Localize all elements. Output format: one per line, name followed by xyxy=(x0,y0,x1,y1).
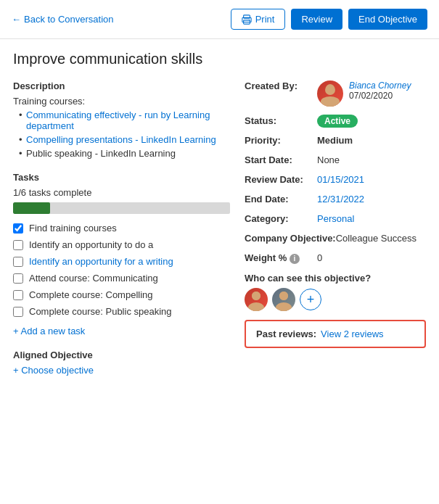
task-label-4: Attend course: Communicating xyxy=(29,273,158,284)
aligned-objective-section: Aligned Objective + Choose objective xyxy=(13,350,230,376)
created-date: 07/02/2020 xyxy=(349,91,411,101)
review-button[interactable]: Review xyxy=(291,9,342,30)
view-reviews-link[interactable]: View 2 reviews xyxy=(321,329,383,339)
right-column: Created By: Bianca Chorney 07/02/2020 St… xyxy=(245,80,426,376)
end-objective-button[interactable]: End Objective xyxy=(348,9,427,30)
arrow-left-icon: ← xyxy=(12,14,21,25)
print-icon xyxy=(242,15,252,25)
choose-objective-link[interactable]: + Choose objective xyxy=(13,365,94,376)
status-label: Status: xyxy=(245,115,317,126)
main-content: Improve communication skills Description… xyxy=(0,39,439,387)
task-checkbox-5[interactable] xyxy=(13,290,23,300)
task-item-3: Identify an opportunity for a writing xyxy=(13,256,230,267)
weight-info-icon[interactable]: i xyxy=(290,254,300,264)
header: ← Back to Conversation Print Review End … xyxy=(0,0,439,39)
list-item: Public speaking - LinkedIn Learning xyxy=(19,148,230,159)
tasks-section: Tasks 1/6 tasks complete Find training c… xyxy=(13,172,230,336)
review-date-value: 01/15/2021 xyxy=(317,174,426,185)
task-checkbox-4[interactable] xyxy=(13,273,23,284)
task-label-1: Find training courses xyxy=(29,223,117,234)
created-by-content: Bianca Chorney 07/02/2020 xyxy=(317,80,411,107)
training-list: Communicating effectively - run by Learn… xyxy=(19,110,230,159)
avatar-person-1 xyxy=(245,288,268,311)
start-date-label: Start Date: xyxy=(245,154,317,165)
left-column: Description Training courses: Communicat… xyxy=(13,80,245,376)
past-reviews-box: Past reviews: View 2 reviews xyxy=(245,320,426,348)
status-row: Status: Active xyxy=(245,115,426,126)
company-objective-label: Company Objective: xyxy=(245,233,336,244)
company-objective-row: Company Objective: Colleague Success xyxy=(245,233,426,244)
end-date-row: End Date: 12/31/2022 xyxy=(245,194,426,205)
task-checkbox-3[interactable] xyxy=(13,257,23,267)
tasks-label: Tasks xyxy=(13,172,230,183)
avatar-person-2 xyxy=(272,288,295,311)
description-section: Description Training courses: Communicat… xyxy=(13,80,230,159)
task-item-4: Attend course: Communicating xyxy=(13,273,230,284)
created-by-row: Created By: Bianca Chorney 07/02/2020 xyxy=(245,80,426,107)
who-can-see-label: Who can see this objective? xyxy=(245,273,426,284)
task-item-2: Identify an opportunity to do a xyxy=(13,239,230,250)
weight-row: Weight % i 0 xyxy=(245,252,426,264)
aligned-objective-label: Aligned Objective xyxy=(13,350,230,360)
category-value: Personal xyxy=(317,213,426,224)
task-checkbox-1[interactable] xyxy=(13,223,23,234)
back-to-conversation-link[interactable]: ← Back to Conversation xyxy=(12,14,114,25)
course-text-3: Public speaking - LinkedIn Learning xyxy=(26,148,176,159)
category-label: Category: xyxy=(245,213,317,224)
weight-label: Weight % i xyxy=(245,252,317,264)
who-can-see-section: Who can see this objective? + xyxy=(245,273,426,311)
category-row: Category: Personal xyxy=(245,213,426,224)
start-date-row: Start Date: None xyxy=(245,154,426,165)
avatars-row: + xyxy=(245,288,426,311)
end-date-value: 12/31/2022 xyxy=(317,194,426,205)
task-label-2: Identify an opportunity to do a xyxy=(29,239,153,250)
description-label: Description xyxy=(13,80,230,91)
review-date-label: Review Date: xyxy=(245,174,317,185)
weight-value: 0 xyxy=(317,252,426,263)
task-label-5: Complete course: Compelling xyxy=(29,289,153,300)
priority-value: Medium xyxy=(317,135,426,146)
list-item: Compelling presentations - LinkedIn Lear… xyxy=(19,134,230,145)
status-badge: Active xyxy=(317,115,358,128)
task-item-1: Find training courses xyxy=(13,223,230,234)
add-task-link[interactable]: + Add a new task xyxy=(13,326,85,336)
tasks-progress-label: 1/6 tasks complete xyxy=(13,187,230,198)
two-column-layout: Description Training courses: Communicat… xyxy=(13,80,426,376)
course-link-2[interactable]: Compelling presentations - LinkedIn Lear… xyxy=(26,134,216,145)
start-date-value: None xyxy=(317,154,426,165)
company-objective-value: Colleague Success xyxy=(336,233,426,244)
course-link-1[interactable]: Communicating effectively - run by Learn… xyxy=(26,110,210,131)
task-label-6: Complete course: Public speaking xyxy=(29,306,172,317)
svg-point-3 xyxy=(249,19,250,20)
review-date-row: Review Date: 01/15/2021 xyxy=(245,174,426,185)
created-by-info: Bianca Chorney 07/02/2020 xyxy=(349,80,411,101)
task-link-3[interactable]: Identify an opportunity for a writing xyxy=(29,256,173,267)
progress-bar-fill xyxy=(13,202,50,214)
list-item: Communicating effectively - run by Learn… xyxy=(19,110,230,131)
creator-name: Bianca Chorney xyxy=(349,80,411,91)
task-item-6: Complete course: Public speaking xyxy=(13,306,230,317)
priority-label: Priority: xyxy=(245,135,317,146)
task-checkbox-2[interactable] xyxy=(13,240,23,250)
created-by-label: Created By: xyxy=(245,80,317,91)
header-buttons: Print Review End Objective xyxy=(231,9,427,30)
print-button[interactable]: Print xyxy=(231,9,286,30)
avatar xyxy=(317,80,343,107)
task-item-5: Complete course: Compelling xyxy=(13,289,230,300)
progress-bar-container xyxy=(13,202,230,214)
past-reviews-label: Past reviews: xyxy=(256,329,316,339)
priority-row: Priority: Medium xyxy=(245,135,426,146)
add-person-button[interactable]: + xyxy=(300,289,321,310)
training-courses-label: Training courses: xyxy=(13,96,230,107)
page-title: Improve communication skills xyxy=(13,51,426,67)
status-value: Active xyxy=(317,115,426,126)
end-date-label: End Date: xyxy=(245,194,317,205)
task-checkbox-6[interactable] xyxy=(13,307,23,317)
